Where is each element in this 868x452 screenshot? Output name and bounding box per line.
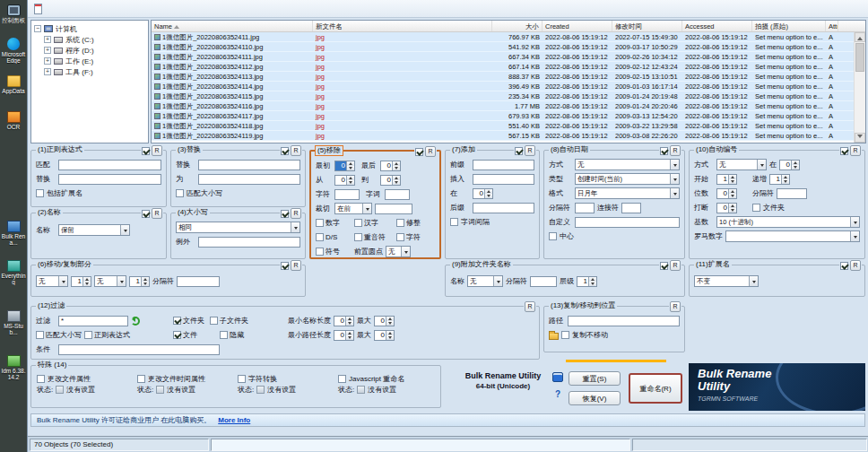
numbering-at-spinner[interactable]: 0 bbox=[779, 160, 800, 170]
replace-reset-button[interactable]: R bbox=[291, 145, 301, 156]
case-enable-checkbox[interactable] bbox=[281, 210, 289, 218]
table-row[interactable]: 1微信图片_202208063524114.jpgjpg396.49 KB202… bbox=[152, 82, 865, 91]
autodate-type-dropdown[interactable]: 创建时间(当前) bbox=[575, 173, 680, 185]
expand-icon[interactable]: + bbox=[44, 57, 51, 65]
desktop-icon[interactable]: Bulk Rena... bbox=[0, 221, 27, 246]
column-header-created[interactable]: Created bbox=[542, 21, 612, 31]
vertical-scrollbar[interactable] bbox=[854, 32, 865, 143]
table-row[interactable]: 1微信图片_202208063524116.jpgjpg1.77 MB2022-… bbox=[152, 101, 865, 111]
tree-item-computer[interactable]: − 计算机 bbox=[31, 23, 148, 34]
document-icon[interactable] bbox=[34, 4, 42, 14]
desktop-icon[interactable]: Idm 6.38.14.2 bbox=[0, 355, 27, 380]
appendfolder-reset-button[interactable]: R bbox=[670, 260, 681, 271]
reset-button[interactable]: 重置(S) bbox=[569, 371, 621, 386]
movecopy-sep-input[interactable] bbox=[177, 276, 220, 287]
case-mode-dropdown[interactable]: 相同 bbox=[176, 222, 300, 233]
movecopy-count1-spinner[interactable]: 1 bbox=[71, 276, 91, 287]
spin-down-icon[interactable] bbox=[393, 166, 400, 170]
numbering-incr-spinner[interactable]: 1 bbox=[769, 174, 790, 185]
name-enable-checkbox[interactable] bbox=[142, 210, 150, 218]
case-reset-button[interactable]: R bbox=[291, 208, 301, 219]
replace-enable-checkbox[interactable] bbox=[281, 147, 289, 155]
numbering-sep-input[interactable] bbox=[777, 188, 807, 199]
expand-icon[interactable]: + bbox=[44, 36, 51, 43]
remove-ds-checkbox[interactable] bbox=[316, 233, 324, 241]
scrollbar-thumb[interactable] bbox=[855, 43, 864, 72]
revert-button[interactable]: 恢复(V) bbox=[569, 391, 621, 405]
spin-down-icon[interactable] bbox=[386, 335, 394, 340]
spin-down-icon[interactable] bbox=[393, 180, 400, 185]
filter-folders-checkbox[interactable] bbox=[173, 317, 181, 325]
regex-replace-input[interactable] bbox=[58, 174, 161, 185]
special-checkbox[interactable] bbox=[37, 375, 45, 383]
filter-subfolders-checkbox[interactable] bbox=[210, 317, 218, 325]
desktop-icon[interactable]: OCR bbox=[0, 111, 27, 130]
table-row[interactable]: 1微信图片_202208063524118.jpgjpg551.40 KB202… bbox=[152, 121, 865, 131]
scroll-up-button[interactable] bbox=[855, 32, 865, 42]
spin-down-icon[interactable] bbox=[346, 321, 353, 326]
table-row[interactable]: 1微信图片_20220806352411.jpgjpg766.97 KB2022… bbox=[152, 32, 865, 42]
spin-down-icon[interactable] bbox=[346, 335, 353, 340]
table-row[interactable]: 1微信图片_202208063524113.jpgjpg888.37 KB202… bbox=[152, 72, 865, 82]
autodate-mode-dropdown[interactable]: 无 bbox=[575, 159, 680, 170]
spin-down-icon[interactable] bbox=[347, 166, 354, 170]
window-icon[interactable] bbox=[552, 372, 563, 382]
spin-down-icon[interactable] bbox=[386, 321, 394, 326]
autodate-seg-input[interactable] bbox=[621, 203, 641, 213]
scroll-down-button[interactable] bbox=[855, 133, 865, 143]
desktop-icon[interactable]: Everything bbox=[0, 260, 27, 285]
table-row[interactable]: 1微信图片_202208063524115.jpgjpg235.34 KB202… bbox=[152, 91, 865, 101]
column-header-attr[interactable]: Attri... bbox=[826, 21, 838, 31]
special-checkbox[interactable] bbox=[238, 375, 246, 383]
autodate-reset-button[interactable]: R bbox=[670, 145, 681, 156]
add-reset-button[interactable]: R bbox=[525, 145, 535, 156]
spin-down-icon[interactable] bbox=[782, 179, 789, 184]
remove-trim-checkbox[interactable] bbox=[396, 219, 404, 227]
min-name-length-spinner[interactable]: 0 bbox=[334, 316, 354, 326]
desktop-icon[interactable]: AppData bbox=[0, 75, 27, 94]
tree-item-drive[interactable]: +工作 (E:) bbox=[31, 56, 148, 66]
numbering-folder-checkbox[interactable] bbox=[752, 204, 760, 212]
remove-first-spinner[interactable]: 0 bbox=[334, 161, 355, 171]
remove-reset-button[interactable]: R bbox=[425, 146, 436, 157]
spin-down-icon[interactable] bbox=[729, 208, 736, 213]
movecopy-enable-checkbox[interactable] bbox=[281, 262, 289, 270]
column-header-accessed[interactable]: Accessed bbox=[682, 21, 752, 31]
remove-chars-input[interactable] bbox=[334, 189, 360, 200]
table-row[interactable]: 1微信图片_202208063524111.jpgjpg667.34 KB202… bbox=[152, 52, 865, 62]
filter-hidden-checkbox[interactable] bbox=[220, 331, 228, 339]
spin-down-icon[interactable] bbox=[729, 179, 736, 184]
remove-from-spinner[interactable]: 0 bbox=[334, 175, 355, 186]
remove-last-spinner[interactable]: 0 bbox=[380, 161, 401, 171]
movecopy-mode2-dropdown[interactable]: 无 bbox=[94, 275, 126, 287]
remove-enable-checkbox[interactable] bbox=[415, 148, 423, 156]
more-info-link[interactable]: More Info bbox=[218, 416, 250, 424]
column-header-newname[interactable]: 新文件名 bbox=[313, 21, 492, 31]
table-row[interactable]: 1微信图片_202208063524119.jpgjpg567.15 KB202… bbox=[152, 131, 865, 141]
add-insert-input[interactable] bbox=[473, 174, 534, 185]
table-row[interactable]: 1微信图片_202208063524110.jpgjpg541.92 KB202… bbox=[152, 42, 865, 52]
desktop-icon[interactable]: Microsoft Edge bbox=[0, 38, 27, 64]
remove-accents-checkbox[interactable] bbox=[354, 233, 362, 241]
copy-not-move-checkbox[interactable] bbox=[561, 331, 569, 339]
appendfolder-sep-input[interactable] bbox=[530, 276, 557, 287]
numbering-base-dropdown[interactable]: 10 (十进制) bbox=[716, 216, 860, 228]
special-checkbox[interactable] bbox=[137, 375, 145, 383]
name-mode-dropdown[interactable]: 保留 bbox=[58, 224, 130, 236]
extension-reset-button[interactable]: R bbox=[850, 260, 861, 271]
spin-down-icon[interactable] bbox=[589, 282, 596, 286]
numbering-pad-spinner[interactable]: 0 bbox=[716, 188, 737, 199]
remove-sym-checkbox[interactable] bbox=[316, 248, 324, 256]
table-row[interactable]: 1微信图片_202208063524112.jpgjpg667.14 KB202… bbox=[152, 62, 865, 72]
remove-to-spinner[interactable]: 0 bbox=[380, 175, 401, 186]
remove-chars2-checkbox[interactable] bbox=[396, 233, 404, 241]
filter-files-checkbox[interactable] bbox=[173, 331, 181, 339]
column-header-modified[interactable]: 修改时间 bbox=[612, 21, 682, 31]
scrollbar-track[interactable] bbox=[855, 73, 865, 133]
replace-with-input[interactable] bbox=[198, 174, 300, 185]
remove-digits-checkbox[interactable] bbox=[316, 219, 324, 227]
rename-button[interactable]: 重命名(R) bbox=[629, 373, 682, 404]
table-row[interactable]: 1微信图片_202208063524117.jpgjpg679.93 KB202… bbox=[152, 111, 865, 121]
collapse-icon[interactable]: − bbox=[34, 25, 41, 32]
remove-words-input[interactable] bbox=[385, 189, 410, 200]
